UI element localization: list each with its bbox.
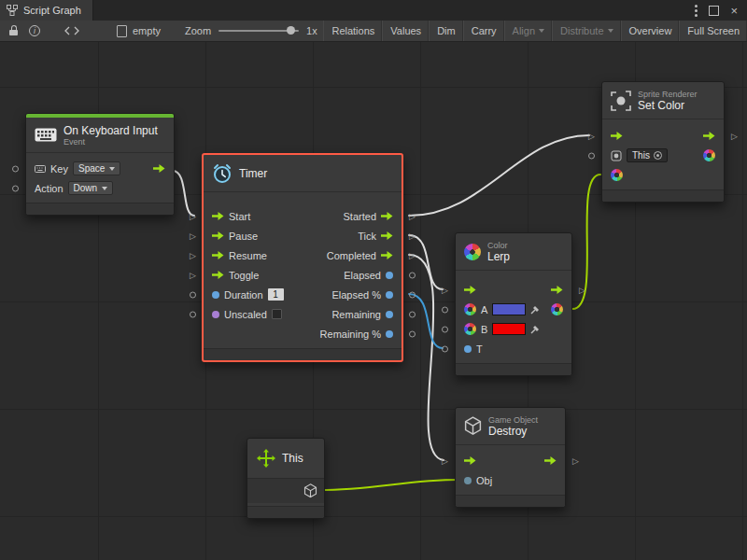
toggle-port[interactable]: ▷ [190, 271, 196, 279]
flow-arrow-icon[interactable] [212, 251, 224, 259]
flow-out-port[interactable]: ▷ [572, 456, 579, 465]
key-dropdown[interactable]: Space [73, 161, 120, 175]
node-footer [456, 363, 571, 375]
a-port[interactable] [442, 306, 448, 313]
overview-button[interactable]: Overview [621, 21, 680, 41]
node-footer [602, 189, 724, 202]
duration-value-field[interactable]: 1 [268, 288, 284, 301]
this-node[interactable]: This [247, 438, 325, 519]
bool-port-icon[interactable] [212, 311, 219, 318]
target-port[interactable] [588, 152, 595, 159]
dim-button[interactable]: Dim [429, 21, 463, 41]
set-color-node[interactable]: Sprite Renderer Set Color ▷ ▷ This [601, 81, 725, 203]
setcolor-target-row: This [602, 146, 724, 165]
color-lerp-node[interactable]: Color Lerp ▷ ▷ A B [455, 232, 572, 376]
object-picker-icon[interactable] [654, 151, 662, 160]
completed-port[interactable]: ▷ [409, 251, 416, 259]
eyedropper-icon[interactable] [530, 325, 540, 334]
destroy-node[interactable]: Game Object Destroy ▷ ▷ Obj [455, 407, 566, 508]
remaining-pct-port[interactable] [409, 330, 416, 337]
flow-arrow-icon[interactable] [381, 231, 393, 240]
carry-button[interactable]: Carry [463, 21, 504, 41]
zoom-slider[interactable] [218, 30, 299, 32]
elapsed-port[interactable] [409, 272, 416, 278]
started-port[interactable]: ▷ [409, 212, 416, 220]
eyedropper-icon[interactable] [530, 305, 540, 315]
flow-output-arrow-icon[interactable] [153, 164, 165, 173]
action-input-port[interactable] [12, 185, 19, 191]
destroy-flow-row: ▷ ▷ [456, 451, 565, 470]
gameobject-cube-port-icon[interactable] [303, 483, 317, 498]
flow-arrow-icon[interactable] [212, 212, 224, 220]
fullscreen-button[interactable]: Full Screen [679, 21, 747, 41]
relations-button[interactable]: Relations [323, 21, 382, 41]
flow-arrow-icon[interactable] [464, 456, 476, 465]
key-input-port[interactable] [12, 165, 19, 172]
float-port-icon[interactable] [386, 291, 393, 299]
flow-in-port[interactable]: ▷ [442, 286, 448, 294]
start-port[interactable]: ▷ [190, 212, 196, 220]
node-category: Sprite Renderer [638, 90, 698, 99]
title-bar: Script Graph × [0, 0, 747, 21]
color-port-icon[interactable] [464, 303, 476, 315]
color-port-icon[interactable] [703, 149, 715, 161]
float-port-icon[interactable] [386, 272, 393, 279]
b-color-swatch[interactable] [492, 323, 526, 335]
flow-arrow-icon[interactable] [464, 286, 476, 294]
color-input-port-icon[interactable] [611, 169, 623, 181]
code-icon[interactable] [64, 26, 79, 35]
pause-label: Pause [229, 231, 258, 242]
on-keyboard-input-node[interactable]: On Keyboard Input Event Key Space Action… [25, 113, 175, 216]
t-port[interactable] [442, 345, 448, 352]
color-port-icon[interactable] [464, 323, 476, 335]
unscaled-label: Unscaled [224, 309, 267, 320]
pause-port[interactable]: ▷ [190, 231, 196, 240]
flow-out-port[interactable]: ▷ [731, 132, 738, 140]
color-output-port-icon[interactable] [551, 303, 563, 315]
a-color-swatch[interactable] [492, 303, 526, 315]
flow-arrow-icon[interactable] [212, 231, 224, 240]
unscaled-port[interactable] [190, 311, 196, 317]
flow-arrow-icon[interactable] [381, 212, 393, 220]
flow-arrow-icon[interactable] [551, 286, 563, 294]
float-port-icon[interactable] [212, 291, 219, 299]
lock-icon[interactable] [9, 26, 18, 35]
duration-port[interactable] [190, 291, 196, 298]
zoom-slider-handle[interactable] [287, 26, 295, 35]
distribute-button[interactable]: Distribute [552, 21, 620, 41]
node-subtitle: Event [63, 137, 158, 147]
float-port-icon[interactable] [386, 311, 393, 318]
flow-in-port[interactable]: ▷ [442, 456, 448, 465]
node-footer [26, 203, 174, 215]
flow-arrow-icon[interactable] [381, 251, 393, 259]
unscaled-checkbox[interactable] [272, 309, 282, 319]
tick-port[interactable]: ▷ [409, 231, 416, 240]
object-port-icon[interactable] [464, 477, 472, 484]
tick-label: Tick [358, 231, 376, 242]
maximize-icon[interactable] [709, 6, 719, 16]
elapsed-pct-port[interactable] [409, 291, 416, 298]
remaining-port[interactable] [409, 311, 416, 317]
float-port-icon[interactable] [386, 330, 393, 338]
values-button[interactable]: Values [382, 21, 429, 41]
close-icon[interactable]: × [730, 5, 738, 17]
b-port[interactable] [442, 326, 448, 332]
target-object-field[interactable]: This [627, 148, 668, 162]
action-dropdown[interactable]: Down [68, 181, 114, 195]
flow-in-port[interactable]: ▷ [588, 132, 595, 140]
window-menu-icon[interactable] [695, 5, 698, 17]
tab-script-graph[interactable]: Script Graph [0, 0, 93, 21]
flow-arrow-icon[interactable] [544, 456, 557, 465]
flow-arrow-icon[interactable] [611, 132, 623, 140]
toggle-label: Toggle [229, 270, 259, 281]
timer-node[interactable]: Timer ▷ Start Started ▷ ▷ Pause Tick ▷ ▷… [202, 153, 403, 362]
zoom-label: Zoom [185, 25, 211, 36]
info-icon[interactable] [29, 25, 40, 36]
lerp-a-row: A [456, 300, 571, 319]
flow-arrow-icon[interactable] [212, 271, 224, 279]
flow-arrow-icon[interactable] [703, 132, 715, 140]
float-port-icon[interactable] [464, 345, 472, 353]
flow-out-port[interactable]: ▷ [579, 286, 585, 294]
align-button[interactable]: Align [504, 21, 552, 41]
resume-port[interactable]: ▷ [190, 251, 196, 259]
